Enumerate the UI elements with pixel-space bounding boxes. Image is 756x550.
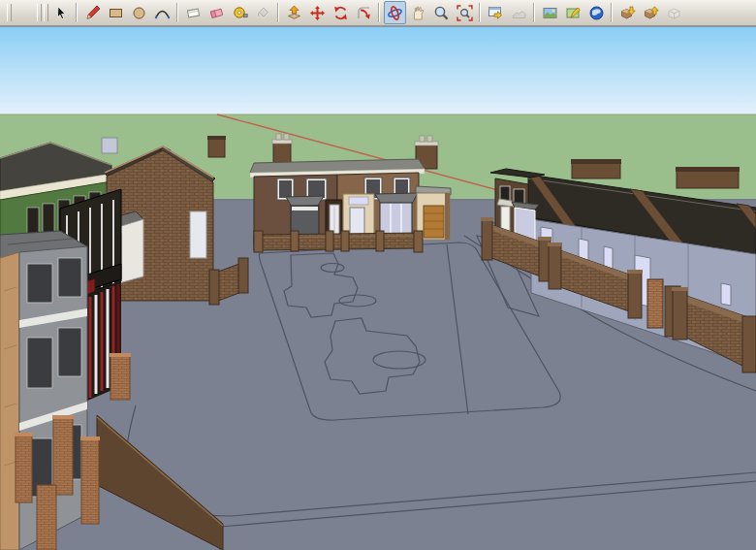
toolbar-groups (49, 1, 685, 24)
box-outline-icon (666, 5, 682, 21)
toolbar-spacer (13, 0, 36, 25)
photo-textures-button[interactable] (539, 1, 561, 24)
pencil-icon (84, 5, 101, 21)
rectangle-button[interactable] (105, 1, 127, 24)
toolbar-group (484, 1, 530, 24)
circle-button[interactable] (128, 1, 150, 24)
circle-icon (131, 5, 147, 21)
select-arrow-icon (53, 5, 70, 21)
sketchup-window (0, 0, 756, 550)
rotate-button[interactable] (330, 1, 352, 24)
preview-in-google-earth-button[interactable] (585, 1, 608, 24)
offset-icon (356, 5, 372, 21)
eraser-icon (208, 5, 225, 21)
orbit-button[interactable] (384, 1, 406, 24)
pan-button[interactable] (407, 1, 429, 24)
paint-bucket-icon (255, 5, 271, 21)
toolbar-group (615, 1, 685, 24)
toolbar-group (383, 1, 476, 24)
model-viewport[interactable] (0, 27, 756, 550)
toolbar-group (80, 1, 173, 24)
add-location-button[interactable] (562, 1, 584, 24)
tape-measure-button[interactable] (229, 1, 251, 24)
line-button[interactable] (81, 1, 104, 24)
toolbar-separator (277, 3, 279, 22)
component-icon (185, 5, 202, 21)
toolbar-separator (176, 3, 178, 22)
push-pull-button[interactable] (283, 1, 305, 24)
move-arrows-icon (309, 5, 326, 21)
arc-icon (154, 5, 171, 21)
toggle-terrain-button (508, 1, 530, 24)
toolbar-grip[interactable] (7, 4, 12, 21)
orbit-icon (387, 5, 403, 21)
terrain-icon (511, 5, 527, 21)
toolbar-group (538, 1, 608, 24)
box-download-icon (619, 5, 636, 21)
make-component-button[interactable] (182, 1, 205, 24)
toolbar-grip[interactable] (44, 4, 48, 21)
eraser-button[interactable] (205, 1, 228, 24)
toolbar-group (181, 1, 274, 24)
toolbar-separator (479, 3, 481, 22)
zoom-button[interactable] (430, 1, 453, 24)
get-view-icon (488, 5, 504, 21)
rotate-icon (332, 5, 349, 21)
tape-measure-icon (232, 5, 248, 21)
rectangle-icon (108, 5, 124, 21)
main-toolbar (0, 0, 756, 27)
get-current-view-button[interactable] (485, 1, 507, 24)
toolbar-separator (533, 3, 535, 22)
box-upload-icon (643, 5, 659, 21)
sky (0, 27, 756, 114)
photo-icon (542, 5, 558, 21)
toolbar-separator (76, 3, 78, 22)
share-component-button (663, 1, 685, 24)
arc-button[interactable] (151, 1, 173, 24)
paint-bucket-button (252, 1, 274, 24)
move-button[interactable] (306, 1, 329, 24)
get-models-button[interactable] (616, 1, 639, 24)
zoom-extents-button[interactable] (454, 1, 476, 24)
toolbar-group (49, 1, 73, 24)
select-button[interactable] (50, 1, 73, 24)
offset-button[interactable] (353, 1, 375, 24)
share-models-button[interactable] (640, 1, 662, 24)
hand-icon (410, 5, 426, 21)
toolbar-separator (378, 3, 380, 22)
toolbar-separator (611, 3, 613, 22)
toolbar-group (282, 1, 375, 24)
push-pull-icon (286, 5, 302, 21)
globe-icon (588, 5, 605, 21)
magnifier-icon (433, 5, 450, 21)
zoom-extents-icon (457, 5, 473, 21)
map-pencil-icon (565, 5, 582, 21)
toolbar-grip[interactable] (37, 4, 42, 21)
